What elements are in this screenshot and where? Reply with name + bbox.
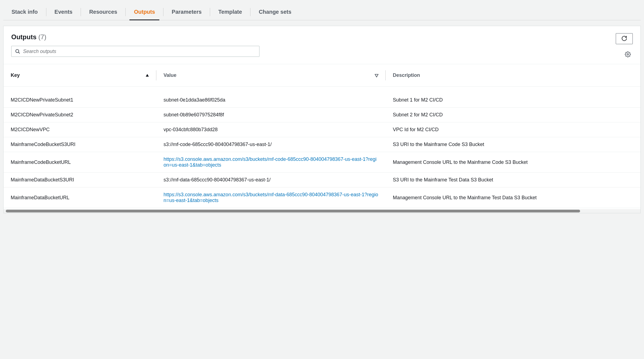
table-row: M2CICDNewVPCvpc-034cbfc880b73dd28VPC Id …: [4, 122, 640, 137]
cell-description: S3 URI to the Mainframe Test Data S3 Buc…: [386, 173, 640, 187]
svg-line-1: [18, 52, 20, 54]
table-row: MainframeCodeBucketURLhttps://s3.console…: [4, 152, 640, 173]
cell-key: MainframeCodeBucketURL: [4, 152, 156, 173]
table-row: MainframeCodeBucketS3URIs3://mf-code-685…: [4, 137, 640, 152]
column-header-value[interactable]: Value: [156, 64, 386, 87]
cell-key: M2CICDNewPrivateSubnet2: [4, 108, 156, 122]
cell-key: MainframeDataBucketS3URI: [4, 173, 156, 187]
column-header-description-label: Description: [393, 72, 420, 78]
cell-description: VPC Id for M2 CI/CD: [386, 122, 640, 137]
tab-resources[interactable]: Resources: [81, 5, 125, 20]
search-input[interactable]: [11, 46, 259, 57]
cell-description: Management Console URL to the Mainframe …: [386, 187, 640, 208]
value-link[interactable]: https://s3.console.aws.amazon.com/s3/buc…: [163, 192, 378, 203]
column-header-key[interactable]: Key: [4, 64, 156, 87]
sort-asc-icon: [145, 74, 149, 77]
cell-value: vpc-034cbfc880b73dd28: [156, 122, 386, 137]
sort-none-icon: [375, 74, 379, 77]
cell-description: Management Console URL to the Mainframe …: [386, 152, 640, 173]
svg-point-0: [16, 49, 19, 52]
cell-value: subnet-0b89e607975284f8f: [156, 108, 386, 122]
column-header-value-label: Value: [163, 72, 176, 78]
outputs-table: Key Value: [4, 64, 640, 208]
svg-marker-4: [375, 74, 378, 77]
tab-change-sets[interactable]: Change sets: [250, 5, 300, 20]
table-row: MainframeDataBucketS3URIs3://mf-data-685…: [4, 173, 640, 187]
value-link[interactable]: https://s3.console.aws.amazon.com/s3/buc…: [163, 156, 376, 168]
tab-parameters[interactable]: Parameters: [163, 5, 210, 20]
cell-value: s3://mf-code-685ccc90-804004798367-us-ea…: [156, 137, 386, 152]
table-row: M2CICDNewPrivateSubnet1subnet-0e1dda3ae8…: [4, 87, 640, 108]
cell-description: S3 URI to the Mainframe Code S3 Bucket: [386, 137, 640, 152]
horizontal-scrollbar[interactable]: [4, 209, 640, 213]
tab-events[interactable]: Events: [46, 5, 81, 20]
table-row: M2CICDNewPrivateSubnet2subnet-0b89e60797…: [4, 108, 640, 122]
cell-value: https://s3.console.aws.amazon.com/s3/buc…: [156, 187, 386, 208]
tab-outputs[interactable]: Outputs: [126, 5, 163, 20]
tab-stack-info[interactable]: Stack info: [3, 5, 46, 20]
panel-count: (7): [38, 33, 46, 41]
panel-title: Outputs (7): [11, 33, 610, 41]
column-header-description: Description: [386, 64, 640, 87]
svg-marker-3: [146, 74, 149, 77]
settings-button[interactable]: [625, 51, 631, 58]
cell-key: M2CICDNewPrivateSubnet1: [4, 87, 156, 108]
cell-key: MainframeCodeBucketS3URI: [4, 137, 156, 152]
cell-description: Subnet 1 for M2 CI/CD: [386, 87, 640, 108]
table-row: MainframeDataBucketURLhttps://s3.console…: [4, 187, 640, 208]
panel-title-text: Outputs: [11, 33, 36, 41]
search-icon: [15, 49, 20, 54]
cell-description: Subnet 2 for M2 CI/CD: [386, 108, 640, 122]
cell-value: https://s3.console.aws.amazon.com/s3/buc…: [156, 152, 386, 173]
cell-key: M2CICDNewVPC: [4, 122, 156, 137]
svg-point-2: [627, 54, 629, 55]
column-header-key-label: Key: [11, 72, 20, 78]
gear-icon: [625, 54, 631, 58]
horizontal-scrollbar-thumb[interactable]: [6, 210, 580, 212]
cell-value: s3://mf-data-685ccc90-804004798367-us-ea…: [156, 173, 386, 187]
cell-value: subnet-0e1dda3ae86f025da: [156, 87, 386, 108]
cell-key: MainframeDataBucketURL: [4, 187, 156, 208]
tab-template[interactable]: Template: [210, 5, 250, 20]
refresh-icon: [621, 35, 627, 42]
tabs-bar: Stack infoEventsResourcesOutputsParamete…: [3, 0, 641, 20]
refresh-button[interactable]: [616, 33, 633, 44]
outputs-panel: Outputs (7): [3, 26, 641, 213]
